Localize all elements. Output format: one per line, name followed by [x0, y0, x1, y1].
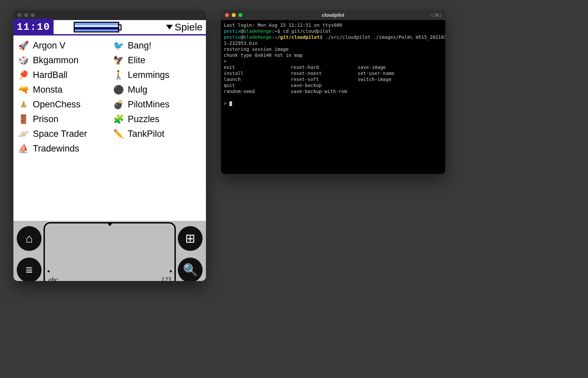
app-label: Prison — [33, 114, 59, 124]
app-icon: 🐦 — [112, 40, 125, 51]
app-label: Monsta — [33, 85, 63, 95]
app-argon-v[interactable]: 🚀Argon V — [15, 38, 109, 53]
graffiti-numeric-hint: 123 — [161, 276, 171, 281]
app-monsta[interactable]: 🔫Monsta — [15, 82, 109, 97]
app-icon: 🚶 — [112, 70, 125, 80]
traffic-light-zoom-icon[interactable] — [31, 13, 35, 17]
app-icon: 🏓 — [17, 70, 30, 80]
app-icon: 💣 — [112, 99, 125, 110]
app-label: Bang! — [128, 40, 152, 51]
search-icon: 🔍 — [183, 263, 198, 277]
app-prison[interactable]: 🚪Prison — [15, 112, 109, 126]
app-tankpilot[interactable]: ✏️TankPilot — [111, 126, 204, 141]
app-label: HardBall — [33, 70, 68, 80]
app-tradewinds[interactable]: ⛵Tradewinds — [15, 141, 109, 156]
traffic-light-minimize-icon[interactable] — [24, 13, 28, 17]
terminal-shortcut-indicator: ⌥⌘2 — [429, 13, 442, 18]
app-icon: 🚪 — [17, 114, 30, 124]
app-icon: ✏️ — [112, 128, 125, 139]
battery-icon — [74, 22, 119, 32]
app-space-trader[interactable]: 🪐Space Trader — [15, 126, 109, 141]
home-icon: ⌂ — [25, 231, 33, 246]
app-label: Elite — [128, 55, 146, 66]
app-icon: ⛵ — [17, 143, 30, 154]
app-label: Puzzles — [128, 114, 160, 124]
palm-screen: 11:10 Spiele 🚀Argon V🐦Bang!🎲Bkgammon🦅Eli… — [13, 20, 206, 221]
terminal-titlebar[interactable]: cloudpilot ⌥⌘2 — [221, 10, 445, 20]
app-lemmings[interactable]: 🚶Lemmings — [111, 68, 204, 82]
app-label: Tradewinds — [33, 144, 79, 154]
terminal-output[interactable]: Last login: Mon Aug 15 11:11:51 on ttys0… — [221, 20, 445, 108]
category-label: Spiele — [175, 21, 203, 33]
palm-status-bar: 11:10 Spiele — [13, 20, 206, 35]
app-label: Mulg — [128, 85, 148, 95]
clock[interactable]: 11:10 — [13, 19, 54, 35]
app-icon: 🪐 — [17, 128, 30, 139]
app-label: PilotMines — [128, 99, 170, 110]
app-label: Lemmings — [128, 70, 170, 80]
palm-emulator-window: 11:10 Spiele 🚀Argon V🐦Bang!🎲Bkgammon🦅Eli… — [13, 10, 206, 281]
calc-icon: ⊞ — [185, 231, 195, 246]
app-icon: 🚀 — [17, 40, 30, 51]
menu-icon: ≡ — [25, 263, 32, 277]
category-selector[interactable]: Spiele — [166, 21, 203, 33]
app-icon: 🎲 — [17, 55, 30, 66]
terminal-window: cloudpilot ⌥⌘2 Last login: Mon Aug 15 11… — [221, 10, 445, 174]
graffiti-alpha-hint: abc — [48, 276, 58, 281]
menu-button[interactable]: ≡ — [17, 258, 42, 281]
app-label: TankPilot — [128, 129, 165, 139]
app-icon: 🔫 — [17, 84, 30, 95]
chevron-down-icon — [166, 25, 173, 29]
home-button[interactable]: ⌂ — [17, 226, 42, 251]
app-bang-[interactable]: 🐦Bang! — [111, 38, 204, 53]
app-label: Bkgammon — [33, 55, 79, 66]
app-elite[interactable]: 🦅Elite — [111, 53, 204, 68]
app-icon: 🧩 — [112, 114, 125, 124]
app-label: Space Trader — [33, 129, 87, 139]
app-bkgammon[interactable]: 🎲Bkgammon — [15, 53, 109, 68]
terminal-title: cloudpilot — [221, 12, 445, 18]
app-pilotmines[interactable]: 💣PilotMines — [111, 97, 204, 112]
app-openchess[interactable]: ♟OpenChess — [15, 97, 109, 112]
app-icon: ♟ — [17, 99, 30, 110]
traffic-light-close-icon[interactable] — [17, 13, 21, 17]
calc-button[interactable]: ⊞ — [178, 226, 203, 251]
app-label: OpenChess — [33, 99, 81, 110]
app-icon: 🦅 — [112, 55, 125, 66]
graffiti-area: ⌂ ≡ abc 123 ⊞ 🔍 — [13, 221, 206, 281]
graffiti-input[interactable]: abc 123 — [44, 222, 176, 281]
find-button[interactable]: 🔍 — [178, 258, 203, 281]
app-icon: ⚫ — [112, 84, 125, 95]
app-launcher-grid: 🚀Argon V🐦Bang!🎲Bkgammon🦅Elite🏓HardBall🚶L… — [13, 35, 206, 156]
app-label: Argon V — [33, 40, 66, 51]
app-mulg[interactable]: ⚫Mulg — [111, 82, 204, 97]
app-hardball[interactable]: 🏓HardBall — [15, 68, 109, 82]
app-puzzles[interactable]: 🧩Puzzles — [111, 112, 204, 126]
